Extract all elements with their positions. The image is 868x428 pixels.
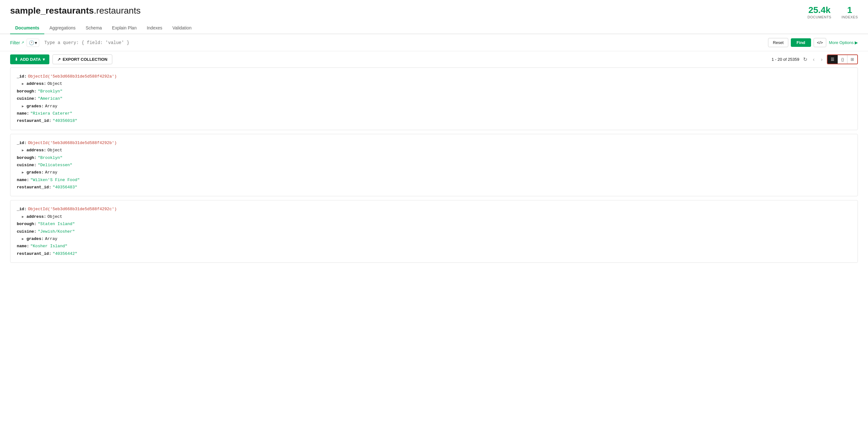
documents-list: _id: ObjectId('5eb3d668b31de5d588f4292a'… <box>0 67 868 263</box>
field-borough-2: borough: "Brooklyn" <box>17 154 851 162</box>
query-input[interactable] <box>42 39 766 47</box>
export-icon: ↗ <box>57 57 61 62</box>
field-grades-1: ▶ grades: Array <box>17 103 851 110</box>
field-id-3: _id: ObjectId('5eb3d668b31de5d588f4292c'… <box>17 205 851 213</box>
filter-button[interactable]: Filter ↗ <box>10 40 24 45</box>
field-borough-3: borough: "Staten Island" <box>17 220 851 228</box>
field-restaurantid-3: restaurant_id: "40356442" <box>17 250 851 257</box>
view-toggle-group: ☰ {} ⊞ <box>827 54 858 64</box>
tab-aggregations[interactable]: Aggregations <box>44 22 81 34</box>
find-button[interactable]: Find <box>791 38 811 47</box>
tab-documents[interactable]: Documents <box>10 22 44 34</box>
document-card-2: _id: ObjectId('5eb3d668b31de5d588f4292b'… <box>10 134 858 197</box>
field-address-3: ▶ address: Object <box>17 213 851 220</box>
table-icon: ⊞ <box>850 57 854 62</box>
documents-count: 25.4k <box>808 6 831 15</box>
field-id-2: _id: ObjectId('5eb3d668b31de5d588f4292b'… <box>17 139 851 147</box>
pagination-info: 1 - 20 of 25359 <box>772 57 799 62</box>
add-data-label: ADD DATA <box>20 57 41 62</box>
chevron-left-icon: ‹ <box>813 57 814 62</box>
expand-arrow-grades-3[interactable]: ▶ <box>22 236 24 242</box>
field-restaurantid-2: restaurant_id: "40356483" <box>17 183 851 191</box>
field-borough-1: borough: "Brooklyn" <box>17 88 851 95</box>
page-header: sample_restaurants.restaurants 25.4k DOC… <box>0 0 868 22</box>
document-card-1: _id: ObjectId('5eb3d668b31de5d588f4292a'… <box>10 67 858 130</box>
json-view-button[interactable]: {} <box>838 55 847 64</box>
tab-schema[interactable]: Schema <box>81 22 107 34</box>
query-toolbar: Filter ↗ 🕐 ▾ Reset Find </> More Options… <box>0 34 868 51</box>
tab-explain-plan[interactable]: Explain Plan <box>107 22 142 34</box>
tab-indexes[interactable]: Indexes <box>142 22 167 34</box>
dropdown-arrow-icon: ▾ <box>35 40 37 45</box>
list-view-button[interactable]: ☰ <box>828 55 838 64</box>
code-icon: </> <box>817 40 823 45</box>
refresh-icon: ↻ <box>803 57 807 62</box>
action-left: ⬇ ADD DATA ▾ ↗ EXPORT COLLECTION <box>10 54 112 64</box>
json-icon: {} <box>841 57 844 62</box>
export-button[interactable]: ↗ EXPORT COLLECTION <box>53 54 112 64</box>
field-name-1: name: "Riviera Caterer" <box>17 110 851 117</box>
documents-label: DOCUMENTS <box>808 15 831 19</box>
field-grades-2: ▶ grades: Array <box>17 169 851 176</box>
header-stats: 25.4k DOCUMENTS 1 INDEXES <box>808 6 858 19</box>
field-address-1: ▶ address: Object <box>17 80 851 87</box>
next-page-button[interactable]: › <box>819 55 824 64</box>
query-history-button[interactable]: 🕐 ▾ <box>27 39 39 47</box>
expand-arrow-address-1[interactable]: ▶ <box>22 81 24 87</box>
code-view-button[interactable]: </> <box>814 38 827 47</box>
expand-arrow-address-3[interactable]: ▶ <box>22 214 24 220</box>
field-grades-3: ▶ grades: Array <box>17 235 851 242</box>
field-cuisine-1: cuisine: "American" <box>17 95 851 102</box>
table-view-button[interactable]: ⊞ <box>847 55 857 64</box>
field-cuisine-2: cuisine: "Delicatessen" <box>17 162 851 169</box>
expand-arrow-grades-2[interactable]: ▶ <box>22 170 24 176</box>
indexes-stat: 1 INDEXES <box>841 6 858 19</box>
field-name-2: name: "Wilken'S Fine Food" <box>17 176 851 183</box>
more-options-button[interactable]: More Options ▶ <box>829 40 858 45</box>
prev-page-button[interactable]: ‹ <box>811 55 816 64</box>
external-link-icon: ↗ <box>21 40 24 45</box>
indexes-label: INDEXES <box>841 15 858 19</box>
clock-icon: 🕐 <box>29 40 34 45</box>
refresh-button[interactable]: ↻ <box>802 55 809 64</box>
tab-validation[interactable]: Validation <box>167 22 196 34</box>
expand-arrow-address-2[interactable]: ▶ <box>22 147 24 154</box>
chevron-right-icon: › <box>821 57 823 62</box>
collection-name: .restaurants <box>94 6 141 16</box>
add-data-button[interactable]: ⬇ ADD DATA ▾ <box>10 54 49 64</box>
database-name: sample_restaurants <box>10 6 94 16</box>
field-address-2: ▶ address: Object <box>17 147 851 154</box>
export-label: EXPORT COLLECTION <box>63 57 107 62</box>
tab-bar: Documents Aggregations Schema Explain Pl… <box>0 22 868 34</box>
document-card-3: _id: ObjectId('5eb3d668b31de5d588f4292c'… <box>10 200 858 263</box>
reset-button[interactable]: Reset <box>768 38 788 47</box>
list-icon: ☰ <box>831 57 834 62</box>
field-id-1: _id: ObjectId('5eb3d668b31de5d588f4292a'… <box>17 73 851 80</box>
documents-stat: 25.4k DOCUMENTS <box>808 6 831 19</box>
collection-title: sample_restaurants.restaurants <box>10 6 141 16</box>
action-right: 1 - 20 of 25359 ↻ ‹ › ☰ {} ⊞ <box>772 54 858 64</box>
filter-label: Filter <box>10 40 20 45</box>
expand-arrow-grades-1[interactable]: ▶ <box>22 104 24 110</box>
field-restaurantid-1: restaurant_id: "40356018" <box>17 117 851 124</box>
indexes-count: 1 <box>841 6 858 15</box>
field-cuisine-3: cuisine: "Jewish/Kosher" <box>17 228 851 235</box>
action-bar: ⬇ ADD DATA ▾ ↗ EXPORT COLLECTION 1 - 20 … <box>0 51 868 67</box>
download-icon: ⬇ <box>14 57 18 62</box>
field-name-3: name: "Kosher Island" <box>17 242 851 250</box>
add-data-dropdown-icon: ▾ <box>43 57 45 62</box>
